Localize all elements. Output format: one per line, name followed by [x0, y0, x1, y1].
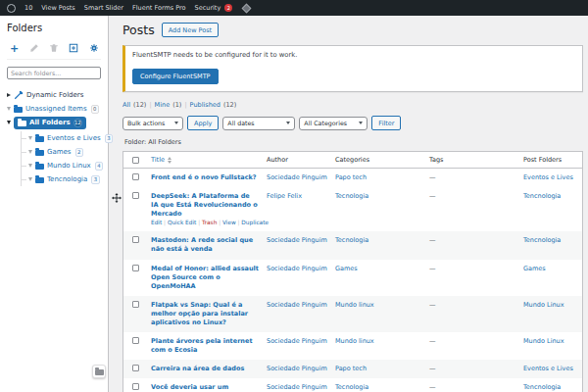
post-folder-link[interactable]: Mundo Linux	[523, 301, 564, 309]
add-new-post-button[interactable]: Add New Post	[162, 23, 220, 37]
view-mine-link[interactable]: Mine	[155, 101, 171, 109]
admin-bar-view-posts[interactable]: View Posts	[41, 4, 74, 12]
dynamic-folders-item[interactable]: Dynamic Folders	[7, 88, 101, 102]
add-folder-button[interactable]: +	[8, 42, 21, 54]
view-action[interactable]: View	[222, 220, 236, 225]
admin-bar-security[interactable]: Security 2	[195, 4, 233, 12]
admin-bar-smart-slider[interactable]: Smart Slider	[84, 4, 123, 12]
chevron-down-icon[interactable]	[28, 177, 32, 181]
post-title-link[interactable]: Flatpak vs Snap: Qual é a melhor opção p…	[151, 301, 259, 327]
move-cursor-icon	[112, 193, 122, 203]
table-row-hovered[interactable]: DeepSeek: A Plataforma de IA que Está Re…	[123, 187, 582, 231]
post-title-link[interactable]: Front end é o novo Fullstack?	[151, 173, 259, 182]
post-title-link[interactable]: Medal of Honor: allied assault Open Sour…	[151, 265, 259, 291]
category-link[interactable]: Papo tech	[335, 365, 367, 372]
author-link[interactable]: Sociedade Pinguim	[267, 265, 327, 272]
post-title-link[interactable]: Mastodon: A rede social que não está à v…	[151, 236, 259, 254]
folder-count: 3	[91, 175, 99, 184]
post-folder-link[interactable]: Eventos e Lives	[523, 365, 573, 372]
row-checkbox[interactable]	[132, 192, 139, 199]
post-folder-link[interactable]: Mundo Linux	[523, 337, 564, 345]
post-title-link[interactable]: Carreira na área de dados	[151, 365, 259, 373]
post-title-link[interactable]: DeepSeek: A Plataforma de IA que Está Re…	[151, 192, 259, 219]
delete-folder-button[interactable]	[48, 42, 61, 54]
dates-filter-value: All dates	[227, 120, 254, 126]
author-link[interactable]: Sociedade Pinguim	[267, 365, 327, 372]
expand-folders-button[interactable]	[68, 42, 80, 54]
author-link[interactable]: Sociedade Pinguim	[267, 383, 327, 391]
row-checkbox[interactable]	[132, 365, 139, 371]
dates-filter-select[interactable]: All dates	[222, 117, 295, 130]
edit-action[interactable]: Edit	[151, 220, 162, 225]
author-link[interactable]: Sociedade Pinguim	[267, 236, 327, 244]
post-title-link[interactable]: Plante árvores pela internet com o Ecosi…	[151, 337, 259, 355]
chevron-down-icon[interactable]	[7, 107, 11, 111]
folder-item-games[interactable]: Games 2	[22, 145, 101, 159]
author-link[interactable]: Sociedade Pinguim	[267, 337, 327, 345]
post-folder-link[interactable]: Tencnologia	[523, 236, 561, 244]
updates-count[interactable]: 10	[24, 4, 32, 12]
title-column-header[interactable]: Title	[147, 156, 263, 164]
post-title-link[interactable]: Você deveria usar um gerenciador de senh…	[151, 383, 259, 392]
category-link[interactable]: Tecnologia	[335, 192, 368, 200]
view-all-link[interactable]: All	[122, 101, 130, 109]
chevron-down-icon[interactable]	[28, 150, 32, 154]
wordpress-menu[interactable]	[7, 4, 16, 13]
post-folder-link[interactable]: Tencnologia	[523, 192, 561, 200]
folder-item-tecnologia[interactable]: Tencnologia 3	[22, 172, 101, 186]
admin-bar-fluent-forms[interactable]: Fluent Forms Pro	[132, 4, 186, 12]
chevron-down-icon[interactable]	[28, 164, 32, 168]
chevron-down-icon[interactable]	[7, 121, 11, 124]
chevron-down-icon[interactable]	[28, 136, 32, 140]
all-folders-selected-pill[interactable]: All Folders 12	[14, 117, 86, 129]
folders-panel-toggle-button[interactable]	[92, 365, 106, 378]
table-row[interactable]: Front end é o novo Fullstack? Sociedade …	[123, 169, 582, 187]
trash-action[interactable]: Trash	[202, 220, 217, 225]
apply-button[interactable]: Apply	[187, 116, 219, 130]
categories-filter-select[interactable]: All Categories	[299, 117, 368, 130]
filter-button[interactable]: Filter	[371, 116, 401, 130]
table-row[interactable]: Medal of Honor: allied assault Open Sour…	[123, 260, 582, 296]
table-row[interactable]: Mastodon: A rede social que não está à v…	[123, 231, 582, 259]
category-link[interactable]: Mundo linux	[335, 337, 374, 345]
row-checkbox[interactable]	[132, 173, 139, 180]
folder-settings-button[interactable]	[87, 42, 100, 54]
author-link[interactable]: Sociedade Pinguim	[267, 301, 327, 309]
row-checkbox[interactable]	[132, 301, 139, 308]
select-all-checkbox[interactable]	[132, 157, 139, 164]
category-link[interactable]: Papo tech	[335, 173, 367, 181]
row-checkbox[interactable]	[132, 236, 139, 243]
row-checkbox[interactable]	[132, 265, 139, 271]
row-checkbox[interactable]	[132, 383, 139, 390]
category-link[interactable]: Tecnologia	[335, 236, 368, 244]
author-link[interactable]: Sociedade Pinguim	[267, 173, 327, 181]
post-folder-link[interactable]: Games	[523, 265, 546, 272]
category-link[interactable]: Tecnologia	[335, 383, 368, 391]
folder-item-mundo-linux[interactable]: Mundo Linux 4	[22, 159, 101, 172]
unassigned-items-label: Unassigned Items	[25, 105, 87, 113]
post-folder-link[interactable]: Tencnologia	[523, 383, 561, 391]
view-published-link[interactable]: Published	[190, 101, 220, 109]
table-row[interactable]: Flatpak vs Snap: Qual é a melhor opção p…	[123, 296, 582, 332]
unassigned-items-item[interactable]: Unassigned Items 0	[7, 102, 101, 116]
chevron-right-icon[interactable]	[7, 93, 11, 97]
admin-bar-plugin-menu[interactable]	[241, 5, 250, 12]
configure-fluentsmtp-button[interactable]: Configure FluentSMTP	[132, 69, 219, 84]
all-folders-item[interactable]: All Folders 12	[7, 116, 101, 129]
page-title: Posts	[122, 23, 155, 37]
folder-item-eventos[interactable]: Eventos e Lives 3	[22, 131, 101, 145]
author-link[interactable]: Felipe Felix	[267, 192, 302, 200]
bulk-actions-select[interactable]: Bulk actions	[122, 117, 183, 130]
tags-empty: —	[429, 337, 436, 345]
category-link[interactable]: Games	[335, 265, 358, 272]
table-row[interactable]: Carreira na área de dados Sociedade Ping…	[123, 360, 582, 378]
post-folder-link[interactable]: Eventos e Lives	[523, 173, 573, 181]
edit-folder-button[interactable]	[27, 42, 40, 54]
table-row[interactable]: Você deveria usar um gerenciador de senh…	[123, 378, 582, 392]
row-checkbox[interactable]	[132, 337, 139, 344]
search-folders-input[interactable]	[7, 67, 101, 79]
quick-edit-action[interactable]: Quick Edit	[168, 220, 196, 225]
category-link[interactable]: Mundo linux	[335, 301, 374, 309]
folder-icon	[95, 369, 104, 375]
table-row[interactable]: Plante árvores pela internet com o Ecosi…	[123, 332, 582, 360]
